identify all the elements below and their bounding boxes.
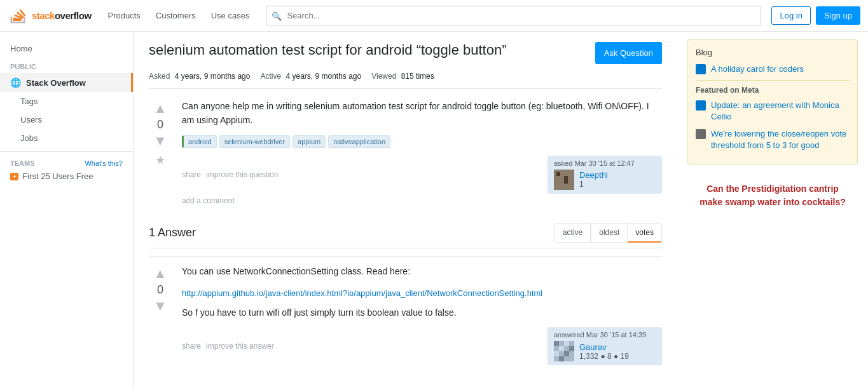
svg-rect-12	[564, 351, 569, 356]
logo-icon	[8, 6, 28, 26]
viewed-label: Viewed	[371, 72, 396, 81]
answer-body: ▲ 0 ▼ You can use NetworkConnectionSetti…	[149, 256, 662, 373]
meta-active: Active 4 years, 9 months ago	[260, 72, 361, 81]
favorite-question-button[interactable]: ★	[155, 153, 165, 167]
jobs-label: Jobs	[20, 133, 38, 143]
question-user-info: Deepthi 1	[554, 170, 656, 190]
answer-share-link[interactable]: share	[182, 342, 201, 351]
sidebar-item-stackoverflow[interactable]: 🌐 Stack Overflow	[0, 73, 133, 92]
active-label: Active	[260, 72, 281, 81]
answer-user-card: answered Mar 30 '15 at 14:39	[548, 327, 662, 365]
downvote-question-button[interactable]: ▼	[153, 134, 167, 148]
question-meta: Asked 4 years, 9 months ago Active 4 yea…	[149, 72, 662, 89]
question-share-link[interactable]: share	[182, 170, 201, 179]
blog-icon-1	[696, 64, 706, 74]
avatar-icon	[554, 170, 574, 190]
tag-selenium-webdriver[interactable]: selenium-webdriver	[219, 135, 290, 148]
tab-active[interactable]: active	[555, 223, 591, 243]
tab-votes[interactable]: votes	[628, 223, 662, 243]
svg-rect-4	[556, 180, 560, 184]
page-wrap: Home PUBLIC 🌐 Stack Overflow Tags Users …	[0, 32, 868, 390]
answer-avatar-icon	[554, 341, 574, 361]
tab-oldest[interactable]: oldest	[591, 223, 628, 243]
tag-android[interactable]: android	[182, 135, 217, 148]
answer-user-rep: 1,332 ● 8 ● 19	[579, 352, 629, 361]
featured-meta-title: Featured on Meta	[696, 86, 850, 95]
answer-card-meta: answered Mar 30 '15 at 14:39	[554, 331, 656, 339]
sidebar-item-first25[interactable]: + First 25 Users Free	[0, 168, 133, 184]
question-improve-link[interactable]: improve this question	[206, 170, 278, 179]
sidebar-item-tags[interactable]: Tags	[0, 92, 133, 111]
answer-improve-link[interactable]: improve this answer	[206, 342, 274, 351]
blog-box: Blog A holiday carol for coders Featured…	[687, 39, 858, 165]
tag-nativeapplication[interactable]: nativeapplication	[328, 135, 390, 148]
teams-header: TEAMS What's this?	[0, 156, 133, 168]
answer-user-name[interactable]: Gaurav	[579, 342, 629, 352]
blog-link-1[interactable]: A holiday carol for coders	[711, 64, 804, 75]
ad-box: Can the Prestidigitation cantrip make sw…	[687, 175, 858, 217]
question-vote-col: ▲ 0 ▼ ★	[149, 99, 172, 208]
home-label: Home	[10, 44, 32, 53]
logo-link[interactable]: stackoverflow	[8, 6, 92, 26]
question-post-content: Can anyone help me in writing selenium a…	[182, 99, 662, 208]
svg-rect-2	[560, 172, 564, 176]
top-navigation: stackoverflow Products Customers Use cas…	[0, 0, 868, 32]
meta-link-2[interactable]: We're lowering the close/reopen vote thr…	[711, 128, 850, 151]
globe-icon: 🌐	[10, 77, 21, 88]
meta-item-1: Update: an agreement with Monica Cellio	[696, 100, 850, 123]
svg-rect-11	[554, 351, 559, 356]
question-asked-meta: asked Mar 30 '15 at 12:47	[554, 159, 656, 167]
active-value: 4 years, 9 months ago	[286, 72, 361, 81]
users-label: Users	[20, 115, 42, 124]
upvote-answer-button[interactable]: ▲	[153, 267, 167, 281]
sidebar-item-users[interactable]: Users	[0, 111, 133, 129]
meta-icon-1	[696, 100, 706, 111]
signup-button[interactable]: Sign up	[816, 6, 860, 25]
right-sidebar: Blog A holiday carol for coders Featured…	[677, 32, 868, 390]
answer-text-line1: You can use NetworkConnectionSetting cla…	[182, 264, 662, 278]
search-input[interactable]	[266, 6, 761, 25]
question-actions-row: share improve this question asked Mar 30…	[182, 156, 662, 194]
answers-tabs: active oldest votes	[555, 223, 662, 243]
sidebar-public-label: PUBLIC	[0, 58, 133, 73]
question-add-comment[interactable]: add a comment	[182, 194, 662, 208]
downvote-answer-button[interactable]: ▼	[153, 299, 167, 313]
search-icon: 🔍	[272, 11, 282, 20]
question-header: selenium automation test script for andr…	[149, 42, 662, 64]
question-user-name[interactable]: Deepthi	[579, 170, 608, 180]
question-user-rep: 1	[579, 180, 608, 189]
tags-label: Tags	[20, 97, 38, 106]
question-vote-count: 0	[157, 118, 163, 131]
viewed-value: 815 times	[401, 72, 434, 81]
answer-link[interactable]: http://appium.github.io/java-client/inde…	[182, 288, 542, 298]
upvote-question-button[interactable]: ▲	[153, 102, 167, 116]
svg-rect-1	[556, 172, 560, 176]
nav-links: Products Customers Use cases	[102, 7, 256, 24]
answers-section: 1 Answer active oldest votes ▲ 0 ▼ You c…	[149, 223, 662, 373]
sidebar-item-jobs[interactable]: Jobs	[0, 129, 133, 147]
asked-label: Asked	[149, 72, 170, 81]
ask-question-button[interactable]: Ask Question	[595, 42, 662, 64]
tag-appium[interactable]: appium	[293, 135, 326, 148]
nav-customers[interactable]: Customers	[149, 7, 202, 24]
logo-text: stackoverflow	[32, 10, 92, 21]
teams-label: TEAMS	[10, 159, 35, 167]
nav-products[interactable]: Products	[102, 7, 147, 24]
answer-user-details: Gaurav 1,332 ● 8 ● 19	[579, 342, 629, 361]
main-content: selenium automation test script for andr…	[134, 32, 677, 390]
meta-link-1[interactable]: Update: an agreement with Monica Cellio	[711, 100, 850, 123]
login-button[interactable]: Log in	[771, 6, 810, 25]
answer-user-info: Gaurav 1,332 ● 8 ● 19	[554, 341, 656, 361]
whats-this-link[interactable]: What's this?	[85, 159, 123, 167]
blog-item-1: A holiday carol for coders	[696, 64, 850, 75]
question-title: selenium automation test script for andr…	[149, 42, 595, 58]
question-text: Can anyone help me in writing selenium a…	[182, 99, 662, 128]
question-user-details: Deepthi 1	[579, 170, 608, 189]
answer-actions-row: share improve this answer answered Mar 3…	[182, 327, 662, 365]
answer-vote-col: ▲ 0 ▼	[149, 264, 172, 366]
sidebar-item-home[interactable]: Home	[0, 39, 133, 58]
search-bar: 🔍	[266, 6, 761, 25]
asked-value: 4 years, 9 months ago	[175, 72, 251, 81]
svg-rect-8	[554, 341, 559, 346]
nav-use-cases[interactable]: Use cases	[205, 7, 256, 24]
